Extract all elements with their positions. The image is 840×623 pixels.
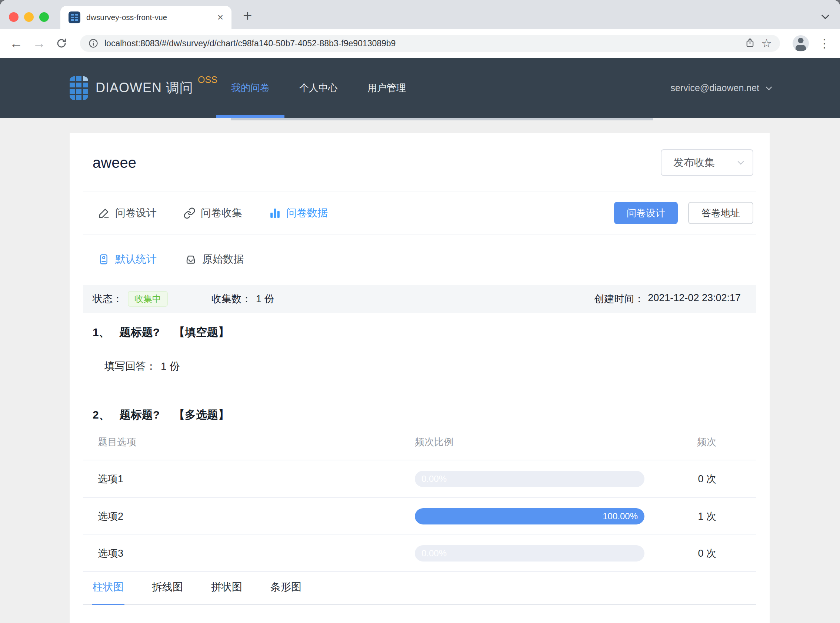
survey-tab-label: 问卷收集 [201,206,242,220]
tab-title: dwsurvey-oss-front-vue [86,13,218,22]
browser-window: dwsurvey-oss-front-vue × + ← → localhost… [0,0,840,623]
option-label: 选项3 [83,547,415,560]
subnav-strip [231,118,653,120]
refresh-icon[interactable] [55,37,67,49]
nav-item-3[interactable]: 用户管理 [353,58,421,118]
stat-tab-1[interactable]: 默认统计 [98,252,157,266]
brand-suffix: OSS [198,74,218,85]
browser-tab-strip: dwsurvey-oss-front-vue × + [0,0,840,29]
table-row: 选项10.00%0 次 [83,460,756,497]
action-button-1[interactable]: 问卷设计 [614,202,678,224]
site-info-icon[interactable] [88,38,98,49]
question-2-heading: 2、 题标题? 【多选题】 [93,407,746,423]
status-label: 状态： [93,292,123,305]
publish-collect-select[interactable]: 发布收集 [661,149,753,176]
address-bar[interactable]: localhost:8083/#/dw/survey/d/chart/c98fa… [80,35,780,52]
progress-bar: 0.00% [415,471,644,487]
survey-tabs-row: 问卷设计问卷收集问卷数据 问卷设计答卷地址 [83,192,756,235]
count-value: 1 次 [644,509,756,523]
header-count: 频次 [644,436,756,448]
browser-tab[interactable]: dwsurvey-oss-front-vue × [60,6,231,29]
survey-tab-3[interactable]: 问卷数据 [269,206,328,220]
back-icon[interactable]: ← [10,37,23,50]
collect-count-value: 1 份 [256,292,274,305]
share-icon[interactable] [745,37,755,49]
survey-tab-1[interactable]: 问卷设计 [98,206,157,220]
bookmark-star-icon[interactable]: ☆ [761,37,772,49]
browser-menu-icon[interactable]: ⋮ [819,37,830,49]
account-menu[interactable]: service@diaowen.net [671,58,771,118]
count-value: 0 次 [644,472,756,486]
link-icon [183,207,196,219]
tab-close-icon[interactable]: × [218,12,223,23]
percent-label: 0.00% [422,474,447,484]
profile-avatar[interactable] [792,35,809,52]
brand-name: DIAOWEN 调问 [95,79,193,97]
question-title: 题标题? [120,325,159,340]
count-value: 0 次 [644,547,756,560]
new-tab-button[interactable]: + [243,8,252,24]
window-controls [9,12,49,22]
zoom-window-button[interactable] [39,12,49,22]
pencil-icon [98,207,110,219]
tag-icon [98,253,110,265]
browser-toolbar: ← → localhost:8083/#/dw/survey/d/chart/c… [0,29,840,58]
question-2: 2、 题标题? 【多选题】 [83,396,756,423]
brand[interactable]: DIAOWEN 调问 OSS [70,58,218,118]
action-button-2[interactable]: 答卷地址 [688,202,753,224]
chart-tab-1[interactable]: 柱状图 [93,580,124,604]
chart-tabs-track [83,604,756,605]
forward-icon[interactable]: → [32,37,46,50]
survey-title: aweee [93,155,136,171]
chart-type-tabs: 柱状图拆线图拼状图条形图 [83,572,756,605]
survey-tab-label: 问卷数据 [286,206,328,220]
percent-cell: 0.00% [415,471,644,487]
results-table-header: 题目选项 频次比例 频次 [83,424,756,460]
results-table: 题目选项 频次比例 频次 选项10.00%0 次选项2100.00%1 次选项3… [83,424,756,572]
nav-item-1[interactable]: 我的问卷 [216,58,284,118]
question-number: 1、 [93,325,110,340]
survey-title-row: aweee 发布收集 [83,133,756,192]
option-label: 选项1 [83,472,415,486]
collect-count-label: 收集数： [212,292,251,305]
created-time-value: 2021-12-02 23:02:17 [648,292,741,305]
nav-item-2[interactable]: 个人中心 [284,58,353,118]
app-navbar: DIAOWEN 调问 OSS 我的问卷个人中心用户管理 service@diao… [0,58,840,118]
question-1-answer: 填写回答： 1 份 [104,359,746,373]
survey-actions: 问卷设计答卷地址 [614,202,753,224]
created-time-label: 创建时间： [594,292,644,305]
chart-tab-4[interactable]: 条形图 [270,580,302,604]
minimize-window-button[interactable] [24,12,34,22]
progress-bar-fill: 100.00% [415,508,644,525]
created-time: 创建时间： 2021-12-02 23:02:17 [594,292,741,305]
close-window-button[interactable] [9,12,18,22]
header-option: 题目选项 [83,436,415,448]
stat-tab-2[interactable]: 原始数据 [185,252,244,266]
tab-search-chevron-icon[interactable] [823,12,828,20]
question-1-heading: 1、 题标题? 【填空题】 [93,325,746,340]
inbox-icon [185,253,197,265]
chart-tab-2[interactable]: 拆线图 [152,580,183,604]
chart-tabs-active-indicator [92,604,124,605]
status-band: 状态： 收集中 收集数： 1 份 创建时间： 2021-12-02 23:02:… [83,285,756,313]
progress-bar: 0.00% [415,545,644,562]
account-email: service@diaowen.net [671,83,759,94]
question-type: 【多选题】 [174,407,229,423]
results-table-body: 选项10.00%0 次选项2100.00%1 次选项30.00%0 次 [83,460,756,572]
collect-count: 收集数： 1 份 [212,292,274,305]
survey-card: aweee 发布收集 问卷设计问卷收集问卷数据 问卷设计答卷地址 默认统计原始数… [70,133,769,623]
survey-tab-2[interactable]: 问卷收集 [183,206,242,220]
percent-label: 100.00% [602,511,638,522]
question-1: 1、 题标题? 【填空题】 填写回答： 1 份 [83,313,756,373]
table-row: 选项2100.00%1 次 [83,497,756,534]
chart-tab-3[interactable]: 拼状图 [211,580,242,604]
survey-tabs: 问卷设计问卷收集问卷数据 [98,206,328,220]
answer-label: 填写回答： [104,359,156,373]
url-text[interactable]: localhost:8083/#/dw/survey/d/chart/c98fa… [104,38,739,49]
chevron-down-icon [738,158,744,165]
page-body: aweee 发布收集 问卷设计问卷收集问卷数据 问卷设计答卷地址 默认统计原始数… [0,118,840,623]
header-percent: 频次比例 [415,436,644,448]
survey-tab-label: 问卷设计 [115,206,157,220]
option-label: 选项2 [83,509,415,523]
favicon [69,11,80,23]
